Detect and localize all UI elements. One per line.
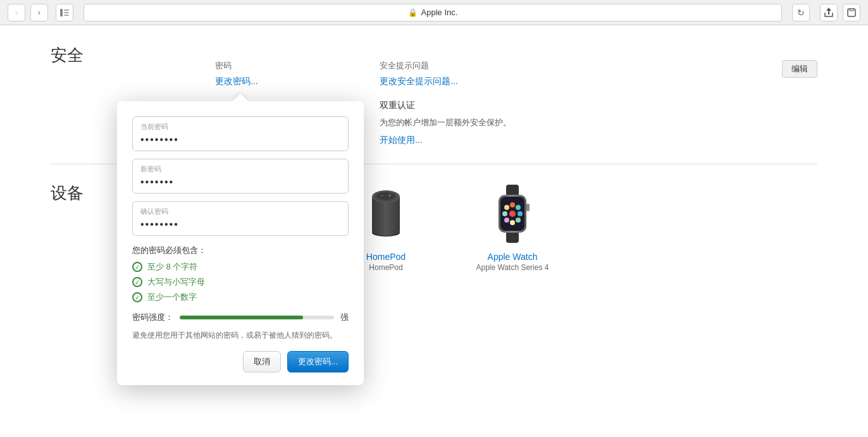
svg-point-36: [518, 211, 523, 216]
security-title: 安全: [51, 44, 84, 66]
sidebar-button[interactable]: [56, 4, 73, 22]
watch-type: Apple Watch Series 4: [476, 263, 549, 272]
device-apple-watch: Apple Watch Apple Watch Series 4: [468, 182, 557, 272]
req-item-1: ✓ 大写与小写字母: [132, 276, 349, 288]
cancel-button[interactable]: 取消: [243, 351, 281, 372]
strength-value: 强: [340, 312, 349, 323]
new-password-label: 新密码: [140, 164, 340, 174]
req-check-2: ✓: [132, 292, 142, 302]
start-two-factor-link[interactable]: 开始使用...: [380, 135, 423, 145]
change-security-question-link[interactable]: 更改安全提示问题...: [380, 76, 458, 86]
url-text: Apple Inc.: [421, 8, 458, 17]
req-check-0: ✓: [132, 262, 142, 272]
strength-bar-fill: [180, 316, 303, 319]
req-text-2: 至少一个数字: [147, 292, 197, 303]
back-button[interactable]: ‹: [8, 4, 25, 22]
security-question-label: 安全提示问题: [380, 60, 458, 71]
warning-text: 避免使用您用于其他网站的密码，或易于被他人猜到的密码。: [132, 329, 349, 341]
svg-rect-5: [850, 9, 853, 11]
current-password-group[interactable]: 当前密码 ••••••••: [132, 116, 349, 151]
forward-button[interactable]: ›: [30, 4, 48, 22]
homepod-name[interactable]: HomePod: [366, 252, 406, 262]
page-content: 安全 密码 更改密码... 安全提示问题 更改安全提示问题... 编辑 双重认证…: [0, 25, 868, 436]
share-button[interactable]: [820, 4, 838, 22]
new-password-group[interactable]: 新密码 •••••••: [132, 159, 349, 194]
new-password-value: •••••••: [140, 176, 340, 188]
browser-actions: [820, 4, 860, 22]
svg-rect-29: [506, 231, 519, 243]
edit-security-question-button[interactable]: 编辑: [782, 60, 817, 78]
current-password-value: ••••••••: [140, 134, 340, 145]
req-text-1: 大写与小写字母: [147, 276, 205, 288]
req-check-1: ✓: [132, 277, 142, 287]
password-requirements: 您的密码必须包含： ✓ 至少 8 个字符 ✓ 大写与小写字母 ✓ 至少一个数字: [132, 245, 349, 303]
svg-point-42: [509, 211, 516, 217]
svg-text:+: +: [388, 192, 392, 199]
svg-rect-2: [64, 12, 69, 13]
security-question-content: 安全提示问题 更改安全提示问题...: [380, 60, 458, 87]
strength-bar-container: [180, 316, 334, 319]
two-factor-label: 双重认证: [380, 100, 817, 111]
change-password-link[interactable]: 更改密码...: [215, 76, 258, 86]
requirements-title: 您的密码必须包含：: [132, 245, 349, 256]
password-popup: 当前密码 •••••••• 新密码 ••••••• 确认密码 •••••••• …: [117, 101, 364, 385]
svg-point-39: [504, 218, 509, 223]
confirm-password-group[interactable]: 确认密码 ••••••••: [132, 201, 349, 236]
security-question-row: 安全提示问题 更改安全提示问题... 编辑: [380, 60, 817, 87]
strength-row: 密码强度： 强: [132, 312, 349, 323]
homepod-type: HomePod: [369, 263, 402, 272]
strength-label: 密码强度：: [132, 312, 173, 323]
svg-point-34: [510, 202, 515, 207]
password-label: 密码: [215, 60, 342, 71]
req-item-2: ✓ 至少一个数字: [132, 292, 349, 303]
req-item-0: ✓ 至少 8 个字符: [132, 261, 349, 273]
homepod-image: − +: [361, 182, 411, 245]
current-password-label: 当前密码: [140, 122, 340, 132]
lock-icon: 🔒: [408, 8, 418, 17]
svg-point-40: [502, 211, 507, 216]
watch-name[interactable]: Apple Watch: [488, 252, 538, 262]
watch-image: [487, 182, 538, 245]
browser-chrome: ‹ › 🔒 Apple Inc. ↻: [0, 0, 868, 25]
svg-point-38: [510, 220, 515, 225]
popup-buttons: 取消 更改密码...: [132, 351, 349, 372]
svg-rect-1: [64, 9, 69, 11]
svg-rect-28: [506, 185, 519, 196]
req-text-0: 至少 8 个字符: [147, 261, 197, 273]
submit-password-button[interactable]: 更改密码...: [287, 351, 349, 372]
reload-button[interactable]: ↻: [792, 4, 810, 22]
two-factor-section: 双重认证 为您的帐户增加一层额外安全保护。 开始使用...: [380, 100, 817, 146]
svg-point-41: [504, 205, 509, 210]
address-bar[interactable]: 🔒 Apple Inc.: [84, 4, 782, 22]
svg-rect-3: [64, 15, 69, 16]
svg-text:−: −: [380, 192, 384, 199]
security-right: 安全提示问题 更改安全提示问题... 编辑 双重认证 为您的帐户增加一层额外安全…: [380, 60, 817, 146]
two-factor-description: 为您的帐户增加一层额外安全保护。: [380, 116, 544, 129]
confirm-password-label: 确认密码: [140, 207, 340, 216]
svg-rect-0: [60, 9, 63, 16]
confirm-password-value: ••••••••: [140, 219, 340, 230]
svg-rect-32: [526, 204, 530, 211]
svg-point-37: [516, 218, 521, 223]
svg-point-35: [516, 205, 521, 210]
popup-arrow: [233, 94, 248, 101]
newtab-button[interactable]: [843, 4, 860, 22]
